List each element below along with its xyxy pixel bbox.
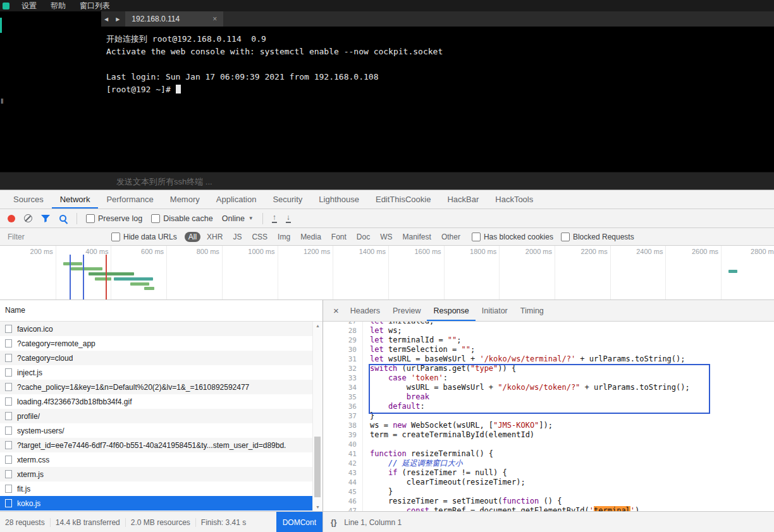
close-icon[interactable]: × — [328, 305, 344, 316]
scrollbar-thumb[interactable] — [314, 437, 321, 497]
search-icon[interactable] — [59, 214, 68, 223]
blocked-requests-toggle[interactable]: Blocked Requests — [561, 233, 634, 241]
overview-time-label: 800 ms — [192, 248, 219, 255]
panel-tab-headers[interactable]: Headers — [344, 300, 386, 321]
broadcast-bar — [0, 172, 774, 190]
broadcast-input[interactable] — [115, 173, 510, 190]
tab-security[interactable]: Security — [264, 190, 310, 209]
overview-time-label: 1400 ms — [358, 248, 386, 255]
overview-marker-line — [70, 255, 71, 299]
filter-type-all[interactable]: All — [185, 232, 200, 242]
terminal-tab[interactable]: 192.168.0.114 × — [125, 11, 223, 27]
scroll-down-icon[interactable]: ▼ — [313, 505, 322, 509]
overview-time-label: 2400 ms — [635, 248, 663, 255]
tab-hacktools[interactable]: HackTools — [487, 190, 541, 209]
tab-hackbar[interactable]: HackBar — [439, 190, 487, 209]
hide-data-urls-toggle[interactable]: Hide data URLs — [111, 233, 177, 241]
request-row[interactable]: xterm.css — [0, 452, 322, 467]
tab-lighthouse[interactable]: Lighthouse — [310, 190, 367, 209]
filter-type-ws[interactable]: WS — [376, 232, 396, 242]
filter-funnel-icon[interactable] — [41, 215, 50, 222]
tab-network[interactable]: Network — [52, 190, 99, 209]
status-item: 28 requests — [0, 518, 50, 527]
tab-memory[interactable]: Memory — [162, 190, 208, 209]
preserve-log-toggle[interactable]: Preserve log — [86, 214, 142, 223]
format-icon[interactable]: {} — [331, 518, 336, 527]
code-line: let wsURL = baseWsUrl + '/koko/ws/termin… — [370, 354, 774, 364]
panel-tab-timing[interactable]: Timing — [514, 300, 550, 321]
splitter-handle-icon[interactable]: ‖ — [1, 97, 4, 105]
file-icon — [5, 412, 12, 420]
tab-editthiscookie[interactable]: EditThisCookie — [367, 190, 439, 209]
overview-gridline — [278, 246, 278, 299]
status-item: 14.4 kB transferred — [50, 518, 125, 527]
filter-input[interactable] — [6, 232, 104, 242]
type-filters: AllXHRJSCSSImgMediaFontDocWSManifestOthe… — [185, 232, 464, 242]
record-icon[interactable] — [8, 215, 15, 222]
tab-application[interactable]: Application — [208, 190, 265, 209]
filter-type-manifest[interactable]: Manifest — [399, 232, 435, 242]
scroll-up-icon[interactable]: ▲ — [313, 323, 322, 328]
line-number: 41 — [323, 449, 362, 459]
request-row[interactable]: system-users/ — [0, 423, 322, 438]
line-number: 44 — [323, 478, 362, 487]
filter-type-doc[interactable]: Doc — [353, 232, 374, 242]
request-row[interactable]: profile/ — [0, 409, 322, 423]
request-row[interactable]: ?category=remote_app — [0, 336, 322, 351]
import-har-icon[interactable]: ↑ — [272, 214, 277, 223]
terminal-line — [106, 58, 774, 71]
request-row[interactable]: ?target_id=ee7e7446-6df7-4f60-b551-40a24… — [0, 438, 322, 452]
tab-sources[interactable]: Sources — [5, 190, 52, 209]
request-row[interactable]: inject.js — [0, 365, 322, 380]
has-blocked-cookies-checkbox[interactable] — [472, 233, 481, 241]
sidebar-accent-bar — [0, 18, 2, 33]
request-row[interactable]: loading.4f3236673db18fbb34f4.gif — [0, 394, 322, 409]
panel-tab-initiator[interactable]: Initiator — [476, 300, 514, 321]
terminal-line: Activate the web console with: systemctl… — [106, 45, 774, 58]
panel-tab-preview[interactable]: Preview — [386, 300, 427, 321]
devtools-tabbar: SourcesNetworkPerformanceMemoryApplicati… — [0, 190, 774, 209]
line-number: 45 — [323, 487, 362, 497]
filter-type-js[interactable]: JS — [229, 232, 245, 242]
filter-type-xhr[interactable]: XHR — [203, 232, 226, 242]
request-name: fit.js — [17, 485, 30, 493]
tab-nav-forward-icon[interactable]: ▶ — [113, 16, 124, 22]
menu-item-1[interactable]: 帮助 — [44, 0, 73, 11]
filter-type-img[interactable]: Img — [274, 232, 294, 242]
throttling-select[interactable]: Online▼ — [222, 214, 254, 223]
has-blocked-cookies-toggle[interactable]: Has blocked cookies — [472, 233, 553, 241]
overview-gridline — [555, 246, 555, 299]
response-code-viewer[interactable]: 2728293031323334353637383940414243444546… — [323, 322, 774, 511]
export-har-icon[interactable]: ↓ — [286, 214, 291, 223]
menu-item-2[interactable]: 窗口列表 — [73, 0, 117, 11]
filter-type-font[interactable]: Font — [328, 232, 350, 242]
request-row[interactable]: fit.js — [0, 481, 322, 496]
code-line: resizeTimer = setTimeout(function () { — [370, 497, 774, 506]
overview-gridline — [388, 246, 389, 299]
tab-close-icon[interactable]: × — [212, 15, 217, 23]
request-row[interactable]: koko.js — [0, 496, 322, 511]
disable-cache-checkbox[interactable] — [151, 214, 160, 223]
request-row[interactable]: ?category=cloud — [0, 351, 322, 365]
blocked-requests-checkbox[interactable] — [561, 233, 570, 241]
request-row[interactable]: favicon.ico — [0, 322, 322, 336]
menu-item-0[interactable]: 设置 — [15, 0, 44, 11]
request-row[interactable]: ?cache_policy=1&key=1&n=Default%20(2)&lv… — [0, 380, 322, 394]
tab-nav-back-icon[interactable]: ◀ — [101, 16, 113, 22]
name-column-header[interactable]: Name — [0, 300, 322, 322]
request-list-scrollbar[interactable]: ▲ ▼ — [312, 322, 322, 511]
terminal[interactable]: 开始连接到 root@192.168.0.114 0.9Activate the… — [101, 27, 774, 172]
tab-performance[interactable]: Performance — [98, 190, 161, 209]
preserve-log-checkbox[interactable] — [86, 214, 95, 223]
filter-type-media[interactable]: Media — [297, 232, 325, 242]
panel-tab-response[interactable]: Response — [427, 300, 475, 321]
filter-type-css[interactable]: CSS — [248, 232, 271, 242]
disable-cache-toggle[interactable]: Disable cache — [151, 214, 213, 223]
filter-type-other[interactable]: Other — [438, 232, 464, 242]
request-row[interactable]: xterm.js — [0, 467, 322, 481]
code-line: if (resizeTimer != null) { — [370, 468, 774, 478]
clear-icon[interactable] — [24, 214, 32, 222]
network-overview[interactable]: 200 ms400 ms600 ms800 ms1000 ms1200 ms14… — [0, 246, 774, 300]
hide-data-urls-checkbox[interactable] — [111, 233, 120, 241]
overview-time-label: 1800 ms — [469, 248, 496, 255]
